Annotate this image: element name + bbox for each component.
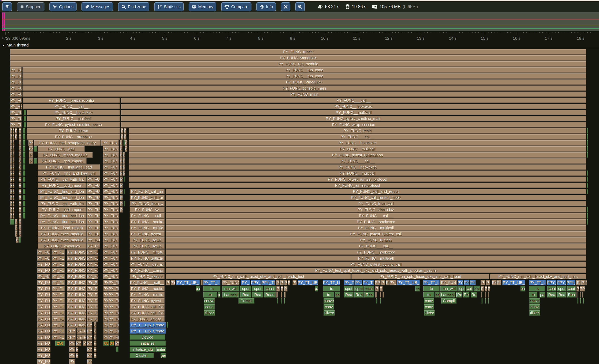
zone-bar[interactable]: PY_FUNC__run_code (22, 67, 586, 73)
zone-bar[interactable]: PY_FU (87, 195, 100, 200)
zone-bar[interactable]: P (13, 164, 14, 170)
zone-bar[interactable] (587, 176, 588, 182)
zone-bar[interactable]: PY_FLF (87, 237, 100, 243)
zone-bar[interactable] (24, 110, 26, 115)
zone-bar[interactable]: PY (103, 298, 108, 304)
zone-bar[interactable]: PY (28, 140, 33, 146)
zone-bar[interactable]: P (94, 334, 97, 340)
zone-bar[interactable]: conv (529, 304, 540, 310)
zone-bar[interactable]: PY_FUNC (67, 292, 86, 298)
zone-bar[interactable]: PY_FUNC__hookexec (166, 249, 586, 255)
zone-bar[interactable]: PY_FUNC__multicall (129, 146, 586, 152)
zone-bar[interactable]: PY_FU (87, 201, 100, 207)
zone-bar[interactable] (481, 298, 483, 304)
zone-bar[interactable]: PY_FUNC__multicall (129, 170, 586, 176)
zone-bar[interactable]: PY_P (87, 304, 98, 310)
zone-bar[interactable] (34, 146, 37, 152)
zone-bar[interactable]: P (166, 280, 170, 286)
zone-bar[interactable]: Rea (344, 292, 354, 298)
zone-bar[interactable] (375, 292, 377, 298)
zone-bar[interactable]: PY_FUNC__gcd_import (38, 182, 87, 188)
zone-bar[interactable] (116, 347, 118, 352)
zone-bar[interactable]: Re (471, 292, 477, 298)
zone-bar[interactable]: PY (103, 322, 108, 328)
zone-bar[interactable] (23, 189, 26, 194)
zone-bar[interactable]: PY_FUNC (67, 310, 86, 316)
zone-bar[interactable]: PY_FUN (440, 280, 457, 286)
zone-bar[interactable]: PY_FUNC_from_c (130, 201, 165, 207)
zone-bar[interactable]: PY_ (355, 280, 362, 286)
zone-bar[interactable]: PPY_ (251, 280, 261, 286)
connection-button[interactable] (2, 2, 12, 11)
zone-bar[interactable]: P (19, 152, 21, 158)
zone-bar[interactable]: PY_FUN (103, 164, 119, 170)
zone-bar[interactable] (587, 128, 588, 134)
zone-bar[interactable]: PY_TI (363, 280, 374, 286)
zone-bar[interactable] (587, 170, 588, 176)
zone-bar[interactable]: PY (69, 340, 75, 346)
zone-bar[interactable]: PY_FU (37, 328, 51, 334)
zone-bar[interactable]: PY_FUNC_import_module (38, 152, 93, 158)
zone-bar[interactable]: PY_FUI (37, 274, 51, 279)
zone-bar[interactable]: PY_FUNC__get_ac (130, 261, 165, 267)
zone-bar[interactable]: P (10, 164, 12, 170)
zone-bar[interactable]: PY_ (241, 280, 250, 286)
zone-bar[interactable]: PY_FUNC (67, 322, 86, 328)
zone-bar[interactable]: PY_TT_LIB_Create (130, 322, 166, 328)
zone-bar[interactable]: P (15, 219, 18, 225)
zone-bar[interactable] (587, 182, 588, 188)
zone-bar[interactable]: PY_FUNC_pytest_ (130, 298, 165, 304)
zone-bar[interactable]: PY_FUN (103, 213, 119, 219)
zone-bar[interactable]: P (13, 195, 14, 200)
zone-bar[interactable]: P (15, 134, 17, 140)
zone-bar[interactable]: PP (580, 286, 585, 292)
zone-bar[interactable]: pa (315, 286, 318, 292)
zone-bar[interactable]: PY (292, 280, 297, 286)
zone-bar[interactable] (577, 298, 579, 304)
zone-bar[interactable]: P (581, 280, 585, 286)
zone-bar[interactable]: P (481, 286, 484, 292)
zone-bar[interactable]: PY_FUNC_run_split_fused_qkv_and_split_he… (351, 274, 489, 279)
zone-bar[interactable] (281, 292, 282, 298)
zone-bar[interactable]: PY_FUN (103, 152, 119, 158)
zone-bar[interactable]: P (19, 219, 21, 225)
zone-bar[interactable]: PY_FUNC_console_main (22, 85, 586, 91)
zone-bar[interactable]: PY_FUN (103, 189, 119, 194)
zone-bar[interactable]: PY_FU (37, 322, 51, 328)
zone-bar[interactable] (485, 298, 486, 304)
zone-bar[interactable]: P (13, 170, 14, 176)
zone-bar[interactable]: PY_FUNC__multic (130, 225, 165, 231)
zone-bar[interactable]: PY_FUN (103, 225, 119, 231)
zone-bar[interactable]: pa (196, 286, 200, 292)
zone-bar[interactable]: PY_FUNC (67, 298, 86, 304)
zone-bar[interactable]: P (29, 152, 33, 158)
zone-bar[interactable]: PY_FUI (37, 255, 51, 261)
zone-bar[interactable]: PY_FL (108, 334, 119, 340)
zone-bar[interactable] (580, 292, 581, 298)
zone-bar[interactable]: P (120, 195, 123, 200)
zone-bar[interactable]: PY_FUNC_runctx (10, 49, 586, 55)
zone-bar[interactable] (124, 201, 125, 207)
zone-bar[interactable]: PY_FUNC__hookexec (121, 104, 586, 109)
zone-bar[interactable]: P (76, 347, 79, 352)
zone-bar[interactable]: PY_FUNC (67, 268, 86, 273)
zone-bar[interactable] (485, 292, 486, 298)
zone-bar[interactable]: PY_FUNC (222, 280, 239, 286)
zone-bar[interactable] (24, 122, 26, 128)
zone-bar[interactable]: PY_FU (10, 104, 20, 109)
zone-bar[interactable]: PY_FUNC__compi (130, 268, 165, 273)
zone-bar[interactable] (34, 158, 37, 164)
zone-bar[interactable]: PY_FL (87, 268, 98, 273)
zone-bar[interactable]: to (423, 292, 434, 298)
zone-bar[interactable]: P (13, 182, 14, 188)
zone-bar[interactable]: PY_FUN (101, 140, 119, 146)
zone-bar[interactable] (587, 213, 588, 219)
zone-bar[interactable]: P (375, 286, 379, 292)
zone-bar[interactable]: PY_FUNC__gcd_import (38, 207, 87, 213)
zone-bar[interactable]: PY_FUN (103, 170, 119, 176)
zone-bar[interactable]: PY_FU (10, 97, 22, 103)
zone-bar[interactable]: P (123, 170, 125, 176)
zone-bar[interactable]: PY_FL (52, 249, 65, 255)
zone-bar[interactable] (23, 195, 26, 200)
zone-bar[interactable]: PY_FUNC_<lambda> (166, 207, 586, 213)
